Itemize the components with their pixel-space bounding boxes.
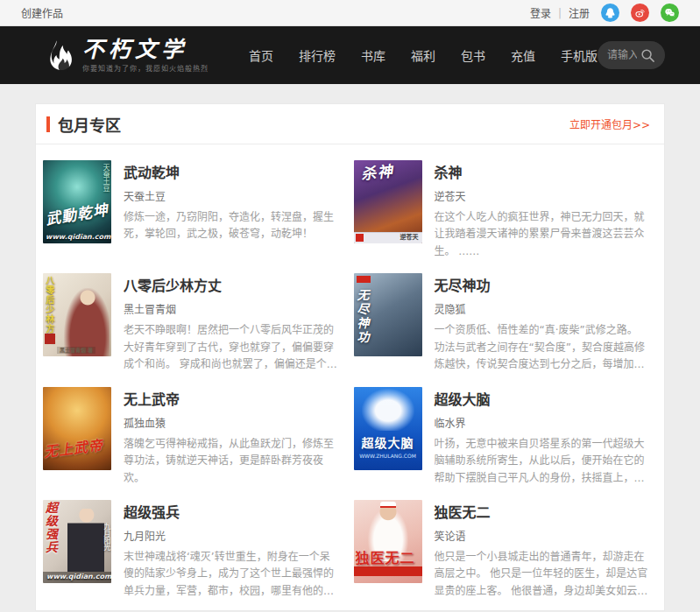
book-title[interactable]: 超级大脑 (435, 388, 649, 409)
book-cover[interactable]: 无上武帝 (43, 387, 111, 470)
cover-title: 超级大脑 (354, 437, 422, 449)
monthly-zone-card: 包月专区 立即开通包月>> 武動乾坤 天蚕土豆 www.qidian.com 武… (35, 103, 665, 611)
book-title[interactable]: 独医无二 (435, 501, 649, 522)
cover-watermark: WWW.ZHULANG.COM (354, 454, 422, 459)
book-cover[interactable]: 无尽神功 (354, 273, 422, 356)
book-title[interactable]: 无尽神功 (435, 274, 649, 295)
book-grid: 武動乾坤 天蚕土豆 www.qidian.com 武动乾坤 天蚕土豆 修炼一途，… (36, 144, 664, 610)
cover-title: 武動乾坤 (45, 202, 110, 227)
book-author: 灵隐狐 (435, 301, 649, 316)
book-item[interactable]: 武動乾坤 天蚕土豆 www.qidian.com 武动乾坤 天蚕土豆 修炼一途，… (43, 160, 342, 260)
cover-watermark: 逆苍天 (400, 235, 419, 241)
book-description: 一个资质低、悟性差的“真·废柴”武修之路。 功法与武者之间存在“契合度”，契合度… (435, 322, 649, 373)
weibo-icon[interactable] (631, 4, 649, 22)
cover-author: 天蚕土豆 (102, 164, 109, 192)
section-header: 包月专区 立即开通包月>> (36, 104, 664, 144)
nav-item-library[interactable]: 书库 (361, 46, 385, 64)
book-title[interactable]: 超级强兵 (124, 501, 338, 522)
book-description: 老天不睁眼啊！居然把一个八零后风华正茂的大好青年穿到了古代，穿也就穿了，偏偏要穿… (124, 322, 338, 373)
cover-watermark: www.qidian.com (46, 234, 110, 241)
section-title: 包月专区 (58, 113, 121, 136)
cover-watermark: www.qidian.com (46, 573, 111, 580)
nav-item-package[interactable]: 包书 (461, 46, 485, 64)
book-cover[interactable]: 超级大脑 WWW.ZHULANG.COM (354, 387, 422, 470)
book-cover[interactable]: 独医无二 (354, 500, 422, 583)
book-author: 孤独血猿 (124, 415, 338, 430)
cover-brain-art (362, 389, 414, 431)
book-description: 在这个人吃人的疯狂世界，神已无力回天，就让我踏着漫天诸神的累累尸骨来普渡这芸芸众… (435, 209, 649, 260)
book-cover[interactable]: 杀神 逆苍天 (354, 160, 422, 243)
cover-publisher-mark (356, 234, 364, 242)
book-author: 天蚕土豆 (124, 188, 338, 203)
book-cover[interactable]: 武動乾坤 天蚕土豆 www.qidian.com (43, 160, 111, 243)
book-description: 末世神魂战将‘魂灭’转世重生，附身在一个呆傻的陆家少爷身上，成为了这个世上最强悍… (124, 549, 338, 600)
cover-watermark: 黑土冒青烟 著 (57, 347, 95, 354)
book-item[interactable]: 八零后少林方丈 黑土冒青烟 著 八零后少林方丈 黑土冒青烟 老天不睁眼啊！居然把… (43, 273, 342, 373)
nav-item-ranking[interactable]: 排行榜 (299, 46, 336, 64)
book-author: 逆苍天 (435, 188, 649, 203)
nav-item-recharge[interactable]: 充值 (511, 46, 535, 64)
search-input[interactable] (607, 49, 637, 61)
book-author: 笑论语 (435, 528, 649, 543)
nav-item-mobile[interactable]: 手机版 (561, 46, 597, 64)
cover-author: 九月阳光 (103, 523, 110, 551)
book-author: 九月阳光 (124, 528, 338, 543)
nav-item-welfare[interactable]: 福利 (411, 46, 435, 64)
login-link[interactable]: 登录 (530, 5, 551, 20)
book-item[interactable]: 无尽神功 无尽神功 灵隐狐 一个资质低、悟性差的“真·废柴”武修之路。 功法与武… (354, 273, 653, 373)
book-description: 他只是一个小县城走出的普通青年，却游走在高层之中。 他只是一位年轻的医生，却是达… (435, 549, 649, 600)
qq-icon[interactable] (601, 4, 619, 22)
main-nav: 首页 排行榜 书库 福利 包书 充值 手机版 (249, 46, 597, 64)
book-author: 临水界 (435, 415, 649, 430)
book-description: 落魄乞丐得神秘戒指，从此鱼跃龙门，修炼至尊功法，铸就逆天神话，更是醉卧群芳夜夜欢… (124, 436, 338, 487)
cover-title: 超级强兵 (45, 502, 57, 554)
wechat-icon[interactable] (661, 4, 679, 22)
site-tagline: 你要知道为了你，我愿如火焰般热烈 (82, 63, 209, 73)
book-description: 叶扬，无意中被来自贝塔星系的第一代超级大脑辅助系统所寄生，从此以后，便开始在它的… (435, 436, 649, 487)
cover-title: 独医无二 (356, 552, 415, 566)
search-icon[interactable] (640, 48, 655, 63)
cover-title: 无尽神功 (357, 289, 369, 345)
book-title[interactable]: 杀神 (435, 161, 649, 182)
book-item[interactable]: 超级大脑 WWW.ZHULANG.COM 超级大脑 临水界 叶扬，无意中被来自贝… (354, 387, 653, 487)
nav-item-home[interactable]: 首页 (249, 46, 273, 64)
book-description: 修炼一途，乃窃阴阳，夺造化，转涅盘，握生死，掌轮回，武之极，破苍穹，动乾坤！ (124, 209, 338, 243)
book-item[interactable]: 独医无二 独医无二 笑论语 他只是一个小县城走出的普通青年，却游走在高层之中。 … (354, 500, 653, 600)
login-register-divider: | (558, 7, 562, 19)
book-author: 黑土冒青烟 (124, 301, 338, 316)
site-logo[interactable]: 不朽文学 你要知道为了你，我愿如火焰般热烈 (48, 39, 209, 73)
cover-seal (45, 334, 55, 344)
cover-figure (67, 509, 104, 572)
cover-ribbon (354, 566, 422, 576)
book-title[interactable]: 武动乾坤 (124, 161, 338, 182)
cover-nurse-cap (380, 502, 396, 508)
utility-bar: 创建作品 登录 | 注册 (0, 0, 700, 26)
book-title[interactable]: 无上武帝 (124, 388, 338, 409)
book-item[interactable]: 杀神 逆苍天 杀神 逆苍天 在这个人吃人的疯狂世界，神已无力回天，就让我踏着漫天… (354, 160, 653, 260)
open-monthly-link[interactable]: 立即开通包月>> (569, 116, 650, 131)
cover-publisher-mark (357, 276, 371, 283)
flame-logo-icon (48, 39, 74, 72)
book-item[interactable]: 无上武帝 无上武帝 孤独血猿 落魄乞丐得神秘戒指，从此鱼跃龙门，修炼至尊功法，铸… (43, 387, 342, 487)
site-title: 不朽文学 (82, 39, 209, 60)
book-item[interactable]: 超级强兵 九月阳光 www.qidian.com 超级强兵 九月阳光 末世神魂战… (43, 500, 342, 600)
section-accent-bar (46, 116, 50, 132)
book-cover[interactable]: 超级强兵 九月阳光 www.qidian.com (43, 500, 111, 583)
site-header: 不朽文学 你要知道为了你，我愿如火焰般热烈 首页 排行榜 书库 福利 包书 充值… (0, 26, 700, 84)
cover-title: 杀神 (360, 164, 395, 182)
book-cover[interactable]: 八零后少林方丈 黑土冒青烟 著 (43, 273, 111, 356)
book-title[interactable]: 八零后少林方丈 (124, 274, 338, 295)
register-link[interactable]: 注册 (569, 5, 590, 20)
search-box (597, 41, 665, 69)
cover-title: 无上武帝 (43, 439, 103, 460)
create-work-link[interactable]: 创建作品 (21, 5, 63, 20)
